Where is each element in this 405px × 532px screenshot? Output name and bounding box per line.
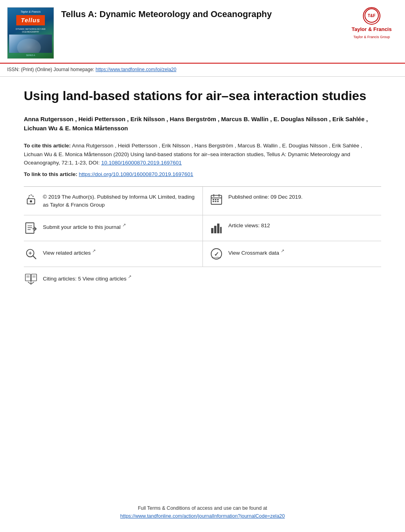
cover-series: SERIES A <box>26 54 35 57</box>
article-title: Using land-based stations for air–sea in… <box>24 88 381 104</box>
svg-text:✓: ✓ <box>214 250 219 257</box>
open-access-text: © 2019 The Author(s). Published by Infor… <box>43 192 198 209</box>
page: Taylor & Francis Tellus DYNAMIC METEOROL… <box>0 0 405 532</box>
bar-chart-icon <box>209 221 224 235</box>
citation-label: To cite this article: <box>24 143 71 149</box>
journal-title: Tellus A: Dynamic Meteorology and Oceano… <box>61 9 272 20</box>
info-grid: © 2019 The Author(s). Published by Infor… <box>24 186 381 292</box>
link-label: To link to this article: <box>24 171 77 177</box>
svg-line-20 <box>33 255 36 259</box>
svg-rect-8 <box>213 199 214 200</box>
svg-rect-17 <box>217 223 220 233</box>
svg-text:T&F: T&F <box>368 14 375 18</box>
journal-homepage-link[interactable]: https://www.tandfonline.com/loi/zela20 <box>96 67 176 72</box>
svg-rect-12 <box>215 201 216 202</box>
tf-logo-circle: T&F <box>363 7 380 25</box>
article-authors: Anna Rutgersson , Heidi Pettersson , Eri… <box>24 115 381 133</box>
citation-doi-link[interactable]: 10.1080/16000870.2019.1697601 <box>101 160 182 166</box>
article-doi-link[interactable]: https://doi.org/10.1080/16000870.2019.16… <box>79 171 193 177</box>
published-date-text: Published online: 09 Dec 2019. <box>228 192 303 201</box>
svg-rect-26 <box>25 274 31 281</box>
journal-cover: Taylor & Francis Tellus DYNAMIC METEOROL… <box>7 7 54 59</box>
info-cell-submit[interactable]: Submit your article to this journal ↗ <box>24 215 202 241</box>
external-link-icon-4: ↗ <box>128 274 131 279</box>
header-left: Taylor & Francis Tellus DYNAMIC METEOROL… <box>7 7 272 59</box>
cover-publisher: Taylor & Francis <box>21 10 40 14</box>
cover-image <box>9 35 52 53</box>
header: Taylor & Francis Tellus DYNAMIC METEOROL… <box>0 0 405 64</box>
footer-line1: Full Terms & Conditions of access and us… <box>0 504 405 512</box>
svg-rect-10 <box>217 199 219 200</box>
cover-subtitle: DYNAMIC METEOROLOGY AND OCEANOGRAPHY <box>9 28 52 33</box>
svg-text:CrossMark: CrossMark <box>212 257 221 259</box>
footer-url[interactable]: https://www.tandfonline.com/action/journ… <box>120 513 285 519</box>
calendar-icon <box>209 192 224 207</box>
info-cell-citing[interactable]: Citing articles: 5 View citing articles … <box>24 267 202 292</box>
main-content: Using land-based stations for air–sea in… <box>0 77 405 304</box>
submit-icon <box>24 221 38 235</box>
svg-rect-9 <box>215 199 216 200</box>
svg-rect-27 <box>31 274 37 281</box>
tf-subtext: Taylor & Francis Group <box>353 35 390 40</box>
svg-rect-13 <box>217 201 219 202</box>
tf-logo-initials: T&F <box>364 8 379 24</box>
info-cell-article-views: Article views: 812 <box>202 215 381 241</box>
svg-rect-11 <box>213 201 214 202</box>
footer: Full Terms & Conditions of access and us… <box>0 504 405 520</box>
submit-text: Submit your article to this journal ↗ <box>43 221 126 231</box>
tf-name: Taylor & Francis <box>352 26 392 33</box>
external-link-icon: ↗ <box>122 222 126 227</box>
external-link-icon-2: ↗ <box>92 248 96 253</box>
external-link-icon-3: ↗ <box>281 248 284 253</box>
citation-text: Anna Rutgersson , Heidi Pettersson , Eri… <box>24 143 362 166</box>
issn-bar: ISSN: (Print) (Online) Journal homepage:… <box>0 64 405 77</box>
info-cell-published-date: Published online: 09 Dec 2019. <box>202 187 381 215</box>
info-cell-empty <box>202 267 381 292</box>
svg-rect-15 <box>211 228 214 233</box>
related-articles-text: View related articles ↗ <box>43 247 96 257</box>
citation-block: To cite this article: Anna Rutgersson , … <box>24 141 381 167</box>
tf-logo-block: T&F Taylor & Francis Taylor & Francis Gr… <box>348 7 395 40</box>
link-block: To link to this article: https://doi.org… <box>24 170 381 178</box>
cover-title-badge: Tellus <box>16 15 45 26</box>
related-articles-icon <box>24 247 38 261</box>
citing-icon <box>24 273 38 287</box>
journal-title-block: Tellus A: Dynamic Meteorology and Oceano… <box>61 7 272 23</box>
info-cell-crossmark[interactable]: ✓ CrossMark View Crossmark data ↗ <box>202 241 381 267</box>
info-cell-open-access: © 2019 The Author(s). Published by Infor… <box>24 187 202 215</box>
crossmark-text: View Crossmark data ↗ <box>228 247 284 257</box>
citing-text: Citing articles: 5 View citing articles … <box>43 273 131 283</box>
lock-open-icon <box>24 192 38 207</box>
info-cell-related-articles[interactable]: View related articles ↗ <box>24 241 202 267</box>
crossmark-icon: ✓ CrossMark <box>209 247 224 261</box>
svg-point-3 <box>30 201 32 202</box>
svg-rect-16 <box>214 226 216 233</box>
svg-rect-18 <box>220 227 222 233</box>
svg-rect-14 <box>26 222 34 233</box>
article-views-text: Article views: 812 <box>228 221 270 230</box>
